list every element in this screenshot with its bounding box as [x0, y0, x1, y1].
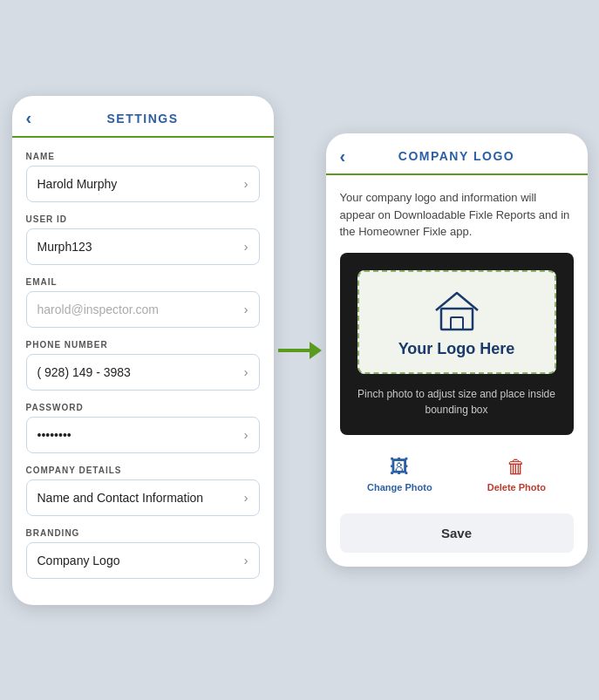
delete-photo-button[interactable]: 🗑 Delete Photo [487, 456, 546, 493]
email-label: EMAIL [26, 277, 260, 287]
password-value: •••••••• [37, 428, 71, 442]
phone-label: PHONE NUMBER [26, 340, 260, 350]
svg-rect-0 [441, 309, 473, 330]
email-field-row[interactable]: harold@inspector.com › [26, 291, 260, 328]
arrow-line [278, 349, 310, 352]
settings-screen: ‹ SETTINGS NAME Harold Murphy › USER ID … [12, 96, 274, 605]
branding-label: BRANDING [26, 528, 260, 538]
save-button[interactable]: Save [340, 513, 574, 553]
logo-bounding-box: Your Logo Here [357, 270, 556, 374]
email-value: harold@inspector.com [37, 302, 160, 316]
company-details-label: COMPANY DETAILS [26, 466, 260, 475]
email-field-group: EMAIL harold@inspector.com › [26, 277, 260, 328]
logo-header: ‹ COMPANY LOGO [326, 133, 588, 175]
navigation-arrow [274, 342, 326, 359]
green-arrow-icon [278, 342, 322, 359]
logo-preview-area: Your Logo Here Pinch photo to adjust siz… [340, 253, 574, 435]
change-photo-icon: 🖼 [390, 456, 409, 479]
userid-value: Murph123 [37, 240, 92, 254]
userid-chevron-icon: › [244, 240, 248, 254]
userid-field-group: USER ID Murph123 › [26, 214, 260, 265]
photo-actions: 🖼 Change Photo 🗑 Delete Photo [340, 449, 574, 500]
settings-header: ‹ SETTINGS [12, 96, 274, 138]
password-field-row[interactable]: •••••••• › [26, 417, 260, 453]
company-details-chevron-icon: › [244, 491, 248, 505]
branding-value: Company Logo [37, 554, 120, 567]
logo-back-button[interactable]: ‹ [340, 146, 346, 167]
phone-chevron-icon: › [244, 365, 248, 379]
password-label: PASSWORD [26, 403, 260, 412]
change-photo-button[interactable]: 🖼 Change Photo [367, 456, 432, 493]
name-label: NAME [26, 152, 260, 161]
company-details-field-group: COMPANY DETAILS Name and Contact Informa… [26, 466, 260, 516]
delete-photo-icon: 🗑 [507, 456, 526, 479]
settings-body: NAME Harold Murphy › USER ID Murph123 › … [12, 138, 274, 605]
name-field-row[interactable]: Harold Murphy › [26, 166, 260, 202]
logo-title: COMPANY LOGO [398, 149, 514, 163]
phone-field-group: PHONE NUMBER ( 928) 149 - 3983 › [26, 340, 260, 391]
company-details-field-row[interactable]: Name and Contact Information › [26, 479, 260, 516]
svg-rect-1 [451, 317, 463, 330]
name-value: Harold Murphy [37, 177, 118, 191]
name-chevron-icon: › [244, 177, 248, 191]
password-chevron-icon: › [244, 428, 248, 442]
branding-field-group: BRANDING Company Logo › [26, 528, 260, 579]
phone-value: ( 928) 149 - 3983 [37, 365, 131, 379]
logo-placeholder-text: Your Logo Here [398, 340, 515, 358]
screens-container: ‹ SETTINGS NAME Harold Murphy › USER ID … [12, 96, 588, 605]
settings-title: SETTINGS [106, 112, 178, 126]
password-field-group: PASSWORD •••••••• › [26, 403, 260, 453]
change-photo-label: Change Photo [367, 482, 432, 493]
email-chevron-icon: › [244, 302, 248, 316]
logo-screen: ‹ COMPANY LOGO Your company logo and inf… [326, 133, 588, 567]
logo-body: Your company logo and information will a… [326, 175, 588, 567]
settings-back-button[interactable]: ‹ [26, 108, 32, 128]
branding-chevron-icon: › [244, 554, 248, 567]
userid-field-row[interactable]: Murph123 › [26, 228, 260, 265]
arrow-head [310, 342, 322, 359]
company-details-value: Name and Contact Information [37, 491, 204, 505]
house-icon [433, 289, 480, 333]
delete-photo-label: Delete Photo [487, 482, 546, 493]
phone-field-row[interactable]: ( 928) 149 - 3983 › [26, 354, 260, 391]
branding-field-row[interactable]: Company Logo › [26, 542, 260, 579]
pinch-instruction: Pinch photo to adjust size and place ins… [357, 386, 556, 418]
name-field-group: NAME Harold Murphy › [26, 152, 260, 202]
logo-description: Your company logo and information will a… [340, 189, 574, 241]
userid-label: USER ID [26, 214, 260, 224]
